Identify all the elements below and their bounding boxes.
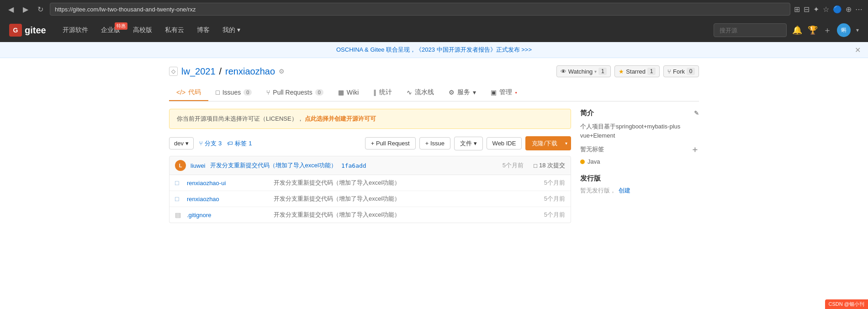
tab-pr-label: Pull Requests <box>273 89 312 96</box>
add-button[interactable]: ＋ <box>823 25 831 36</box>
sidebar-tags-label: 暂无标签 <box>580 145 604 154</box>
nav-enterprise[interactable]: 企业版 特惠 <box>95 23 126 37</box>
nav-opensource[interactable]: 开源软件 <box>57 23 94 37</box>
tags-label: 标签 <box>235 139 247 148</box>
fork-label: Fork <box>673 68 685 75</box>
tab-pullrequests[interactable]: ⑂ Pull Requests 0 <box>259 85 331 101</box>
star-icon: ★ <box>619 68 624 75</box>
back-button[interactable]: ◀ <box>5 4 16 15</box>
watching-dropdown[interactable]: ▾ <box>594 69 597 74</box>
sidebar-intro-title: 简介 ✎ <box>580 109 699 117</box>
forward-button[interactable]: ▶ <box>20 4 31 15</box>
commit-avatar: L <box>175 160 186 171</box>
repo-owner-link[interactable]: lw_2021 <box>181 66 216 77</box>
announcement-link[interactable]: OSCHINA & Gitee 联合呈现，《2023 中国开源开发者报告》正式发… <box>336 46 532 53</box>
starred-button[interactable]: ★ Starred 1 <box>614 65 660 77</box>
create-release-link[interactable]: 创建 <box>619 186 630 195</box>
services-dropdown-icon: ▾ <box>473 89 476 96</box>
pull-request-button[interactable]: + Pull Request <box>365 137 416 149</box>
license-warning: 你当前开源项目尚未选择许可证（LICENSE）， 点此选择并创建开源许可可 <box>169 109 571 129</box>
file-commit-0: 开发分支重新提交代码（增加了导入excel功能） <box>274 179 540 187</box>
folder-icon: □ <box>175 195 182 202</box>
search-input[interactable] <box>714 23 787 37</box>
tab-admin[interactable]: ▣ 管理 ● <box>483 85 524 101</box>
clone-button[interactable]: 克隆/下载 ▾ <box>525 136 571 150</box>
admin-icon: ▣ <box>491 89 497 96</box>
branch-selector[interactable]: dev ▾ <box>169 137 194 149</box>
logo-icon: G <box>9 24 22 37</box>
code-icon: </> <box>176 89 185 96</box>
tab-code[interactable]: </> 代码 <box>169 85 208 101</box>
browser-icon-5[interactable]: 🔵 <box>833 5 842 14</box>
table-row: □ renxiaozhao 开发分支重新提交代码（增加了导入excel功能） 5… <box>169 191 571 207</box>
sidebar-edit-icon[interactable]: ✎ <box>694 110 699 117</box>
commit-hash[interactable]: 1fa6add <box>341 162 366 169</box>
no-release-info: 暂无发行版， 创建 <box>580 186 699 195</box>
commit-info-row: L liuwei 开发分支重新提交代码（增加了导入excel功能） 1fa6ad… <box>169 156 571 175</box>
address-bar[interactable] <box>50 3 790 16</box>
license-create-link[interactable]: 点此选择并创建开源许可可 <box>305 115 376 122</box>
clone-label: 克隆/下载 <box>532 139 561 148</box>
commit-count[interactable]: □ 18 次提交 <box>534 161 565 170</box>
browser-icon-3[interactable]: ✦ <box>813 5 819 14</box>
browser-icon-2[interactable]: ⊟ <box>804 5 810 14</box>
repo-settings-icon[interactable]: ⚙ <box>279 68 285 75</box>
nav-university[interactable]: 高校版 <box>127 23 158 37</box>
tags-link[interactable]: 🏷 标签 1 <box>227 139 252 148</box>
announcement-bar: OSCHINA & Gitee 联合呈现，《2023 中国开源开发者报告》正式发… <box>0 42 868 58</box>
gitee-logo[interactable]: G gitee <box>9 24 46 37</box>
license-warning-text: 你当前开源项目尚未选择许可证（LICENSE）， <box>177 115 303 122</box>
nav-mine[interactable]: 我的 ▾ <box>217 23 246 37</box>
user-avatar[interactable]: 蝌 <box>837 23 851 37</box>
refresh-button[interactable]: ↻ <box>35 4 46 15</box>
nav-private-cloud[interactable]: 私有云 <box>159 23 190 37</box>
fork-button[interactable]: ⑂ Fork 0 <box>663 65 699 77</box>
repo-slash: / <box>219 66 222 77</box>
tab-issues[interactable]: □ Issues 0 <box>208 85 259 101</box>
header-right: 🔔 🏆 ＋ 蝌 ▾ <box>714 23 859 37</box>
branch-name: dev <box>174 140 184 147</box>
file-name-2[interactable]: .gitignore <box>187 212 269 218</box>
tab-stats[interactable]: ∥ 统计 <box>366 85 399 101</box>
notification-bell[interactable]: 🔔 <box>792 25 802 35</box>
file-time-0: 5个月前 <box>544 179 565 187</box>
branch-icon: ⑂ <box>199 140 203 147</box>
table-row: □ renxiaozhao-ui 开发分支重新提交代码（增加了导入excel功能… <box>169 175 571 191</box>
commit-author[interactable]: liuwei <box>191 162 206 169</box>
watching-button[interactable]: 👁 Watching ▾ 1 <box>556 65 611 77</box>
repo-name-link[interactable]: renxiaozhao <box>225 66 275 77</box>
file-button[interactable]: 文件 ▾ <box>454 137 483 150</box>
nav-blog[interactable]: 博客 <box>191 23 215 37</box>
branches-link[interactable]: ⑂ 分支 3 <box>199 139 222 148</box>
file-name-0[interactable]: renxiaozhao-ui <box>187 180 269 186</box>
browser-icon-1[interactable]: ⊞ <box>794 5 800 14</box>
browser-icon-4[interactable]: ☆ <box>823 5 829 14</box>
tab-pipeline[interactable]: ∿ 流水线 <box>399 85 441 101</box>
clone-dropdown-icon[interactable]: ▾ <box>561 139 571 148</box>
starred-label: Starred <box>626 68 646 75</box>
tab-code-label: 代码 <box>188 88 201 96</box>
file-name-1[interactable]: renxiaozhao <box>187 196 269 202</box>
repo-header: ◇ lw_2021 / renxiaozhao ⚙ 👁 Watching ▾ 1… <box>169 65 699 77</box>
eye-icon: 👁 <box>561 68 566 75</box>
branches-count: 3 <box>218 140 222 147</box>
commit-message[interactable]: 开发分支重新提交代码（增加了导入excel功能） <box>210 161 337 170</box>
table-row: ▤ .gitignore 开发分支重新提交代码（增加了导入excel功能） 5个… <box>169 207 571 223</box>
watching-count: 1 <box>598 68 607 75</box>
browser-icon-6[interactable]: ⊕ <box>846 5 852 14</box>
tab-services[interactable]: ⚙ 服务 ▾ <box>441 85 483 101</box>
tab-wiki[interactable]: ▦ Wiki <box>331 85 366 101</box>
branches-label: 分支 <box>205 139 217 148</box>
add-tag-button[interactable]: ＋ <box>691 145 699 154</box>
announcement-close-button[interactable]: ✕ <box>855 46 861 54</box>
trophy-icon[interactable]: 🏆 <box>808 25 818 35</box>
web-ide-button[interactable]: Web IDE <box>487 137 522 149</box>
issue-button[interactable]: + Issue <box>419 137 450 149</box>
tab-pipeline-label: 流水线 <box>415 88 434 96</box>
tab-stats-label: 统计 <box>379 88 392 96</box>
browser-chrome: ◀ ▶ ↻ ⊞ ⊟ ✦ ☆ 🔵 ⊕ ⋯ <box>0 0 868 18</box>
avatar-dropdown[interactable]: ▾ <box>856 27 859 33</box>
browser-icon-7[interactable]: ⋯ <box>855 5 863 14</box>
main-container: ◇ lw_2021 / renxiaozhao ⚙ 👁 Watching ▾ 1… <box>160 58 708 230</box>
commit-count-icon: □ <box>534 162 537 169</box>
